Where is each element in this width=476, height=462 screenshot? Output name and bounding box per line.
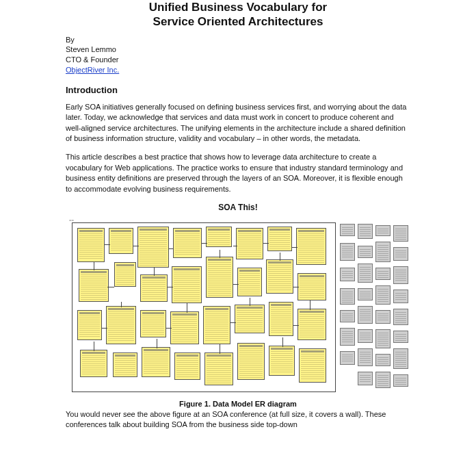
title-line-2: Service Oriented Architectures	[153, 15, 323, 28]
byline-by: By	[66, 36, 75, 44]
figure-1: ==	[66, 218, 410, 397]
page-title: Unified Business Vocabulary for Service …	[66, 0, 410, 29]
document-page: Unified Business Vocabulary for Service …	[33, 0, 443, 444]
intro-heading: Introduction	[66, 85, 410, 95]
title-line-1: Unified Business Vocabulary for	[149, 1, 327, 14]
intro-paragraph-2: This article describes a best practice t…	[66, 152, 410, 194]
figure-subtitle: SOA This!	[66, 203, 410, 212]
er-diagram: ==	[66, 218, 412, 397]
byline-role: CTO & Founder	[66, 55, 118, 64]
byline-block: By Steven Lemmo CTO & Founder ObjectRive…	[66, 35, 410, 75]
byline-author: Steven Lemmo	[66, 45, 116, 53]
intro-paragraph-1: Early SOA initiatives generally focused …	[66, 102, 410, 144]
after-figure-paragraph: You would never see the above figure at …	[66, 409, 410, 431]
byline-company-link[interactable]: ObjectRiver Inc.	[66, 66, 119, 74]
figure-1-caption: Figure 1. Data Model ER diagram	[66, 400, 410, 408]
